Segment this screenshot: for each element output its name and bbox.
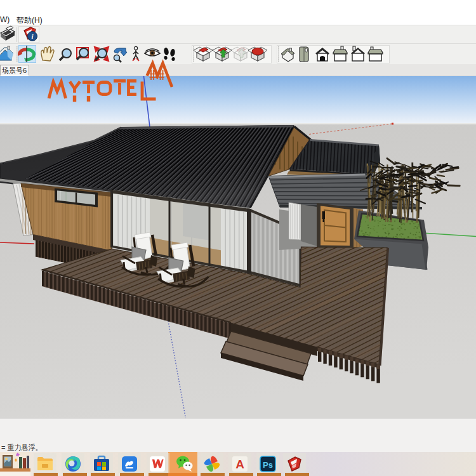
svg-text:A: A <box>235 458 244 471</box>
svg-text:Ps: Ps <box>263 460 273 470</box>
